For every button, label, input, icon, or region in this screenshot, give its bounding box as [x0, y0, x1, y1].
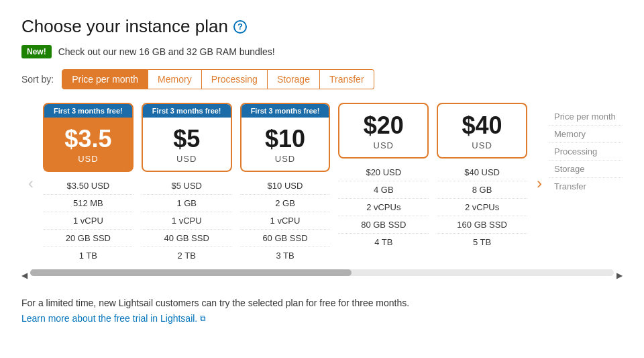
spec-processing-plan-5: 1 vCPU [142, 212, 232, 229]
plan-card-wrapper-plan-3-5[interactable]: First 3 months free!$3.5USD$3.50 USD512 … [43, 103, 133, 264]
spec-labels-column: Price per monthMemoryProcessingStorageTr… [549, 108, 623, 195]
plan-card-wrapper-plan-40[interactable]: $40USD$40 USD8 GB2 vCPUs160 GB SSD5 TB [437, 103, 527, 264]
sort-tab-transfer[interactable]: Transfer [320, 69, 374, 89]
free-badge-plan-10: First 3 months free! [241, 104, 329, 118]
spec-memory-plan-20: 4 GB [338, 181, 429, 198]
spec-memory-plan-40: 8 GB [437, 181, 527, 198]
plan-card-top-plan-5[interactable]: First 3 months free!$5USD [142, 103, 232, 172]
spec-storage-plan-40: 160 GB SSD [437, 216, 527, 233]
spec-transfer-plan-5: 2 TB [142, 247, 232, 264]
plan-price-area-plan-40: $40USD [438, 104, 526, 157]
nav-arrow-right[interactable]: › [530, 174, 549, 193]
plan-card-top-plan-20[interactable]: $20USD [338, 103, 429, 159]
sort-tab-storage[interactable]: Storage [268, 69, 320, 89]
spec-processing-plan-3-5: 1 vCPU [43, 212, 133, 229]
footer: For a limited time, new Lightsail custom… [21, 298, 623, 324]
sort-tabs: Price per month Memory Processing Storag… [62, 69, 374, 89]
plan-currency-plan-3-5: USD [50, 154, 127, 164]
spec-storage-plan-10: 60 GB SSD [240, 229, 331, 247]
spec-label-3: Storage [549, 160, 623, 177]
scroll-left-arrow[interactable]: ◀ [21, 271, 28, 280]
page-title-text: Choose your instance plan [21, 16, 228, 37]
plan-price-plan-20: $20 [345, 112, 422, 139]
spec-price_per_month-plan-3-5: $3.50 USD [43, 177, 133, 194]
scrollbar-area[interactable] [30, 269, 614, 276]
scroll-right-arrow[interactable]: ▶ [616, 271, 623, 280]
scrollbar-thumb [30, 269, 352, 276]
page-container: Choose your instance plan ? New! Check o… [21, 16, 623, 324]
spec-label-4: Transfer [549, 177, 623, 195]
plan-price-plan-10: $10 [247, 126, 324, 152]
plan-card-top-plan-10[interactable]: First 3 months free!$10USD [240, 103, 331, 172]
spec-memory-plan-5: 1 GB [142, 194, 232, 212]
spec-memory-plan-10: 2 GB [240, 194, 331, 212]
plan-currency-plan-10: USD [247, 154, 324, 164]
plan-price-area-plan-10: $10USD [241, 118, 329, 171]
cards-area: ‹ First 3 months free!$3.5USD$3.50 USD51… [21, 103, 549, 264]
page-title-row: Choose your instance plan ? [21, 16, 623, 37]
footer-link-text: Learn more about the free trial in Light… [21, 313, 197, 324]
spec-transfer-plan-20: 4 TB [338, 233, 429, 251]
spec-transfer-plan-40: 5 TB [437, 233, 527, 251]
new-banner-text: Check out our new 16 GB and 32 GB RAM bu… [58, 46, 275, 57]
plan-currency-plan-40: USD [443, 140, 521, 150]
sort-bar: Sort by: Price per month Memory Processi… [21, 69, 623, 89]
sort-tab-price[interactable]: Price per month [62, 69, 148, 89]
plan-price-plan-40: $40 [443, 112, 521, 139]
plan-price-area-plan-3-5: $3.5USD [44, 118, 132, 171]
plan-card-bottom-plan-20: $20 USD4 GB2 vCPUs80 GB SSD4 TB [338, 164, 429, 251]
external-link-icon: ⧉ [200, 314, 206, 323]
spec-processing-plan-10: 1 vCPU [240, 212, 331, 229]
plan-card-bottom-plan-3-5: $3.50 USD512 MB1 vCPU20 GB SSD1 TB [43, 177, 133, 264]
sort-label: Sort by: [21, 74, 54, 85]
spec-memory-plan-3-5: 512 MB [43, 194, 133, 212]
cards-row: First 3 months free!$3.5USD$3.50 USD512 … [43, 103, 527, 264]
plan-currency-plan-20: USD [345, 140, 422, 150]
plan-card-bottom-plan-40: $40 USD8 GB2 vCPUs160 GB SSD5 TB [437, 164, 527, 251]
plan-price-plan-5: $5 [148, 126, 225, 152]
plan-card-bottom-plan-5: $5 USD1 GB1 vCPU40 GB SSD2 TB [142, 177, 232, 264]
plan-price-area-plan-5: $5USD [143, 118, 231, 171]
spec-price_per_month-plan-40: $40 USD [437, 164, 527, 181]
footer-text: For a limited time, new Lightsail custom… [21, 298, 623, 308]
plan-card-wrapper-plan-10[interactable]: First 3 months free!$10USD$10 USD2 GB1 v… [240, 103, 331, 264]
plan-price-area-plan-20: $20USD [339, 104, 427, 157]
spec-storage-plan-3-5: 20 GB SSD [43, 229, 133, 247]
plan-card-wrapper-plan-20[interactable]: $20USD$20 USD4 GB2 vCPUs80 GB SSD4 TB [338, 103, 429, 264]
spec-processing-plan-40: 2 vCPUs [437, 198, 527, 216]
plan-card-top-plan-3-5[interactable]: First 3 months free!$3.5USD [43, 103, 133, 172]
spec-price_per_month-plan-5: $5 USD [142, 177, 232, 194]
plan-card-bottom-plan-10: $10 USD2 GB1 vCPU60 GB SSD3 TB [240, 177, 331, 264]
spec-label-1: Memory [549, 125, 623, 142]
sort-tab-processing[interactable]: Processing [202, 69, 268, 89]
spec-transfer-plan-3-5: 1 TB [43, 247, 133, 264]
free-badge-plan-3-5: First 3 months free! [44, 104, 132, 118]
nav-arrow-left[interactable]: ‹ [21, 174, 40, 193]
new-badge: New! [21, 45, 52, 58]
spec-storage-plan-5: 40 GB SSD [142, 229, 232, 247]
plans-main-wrapper: ‹ First 3 months free!$3.5USD$3.50 USD51… [21, 103, 623, 264]
scrollbar-row: ◀ ▶ [21, 264, 623, 287]
spec-transfer-plan-10: 3 TB [240, 247, 331, 264]
plan-currency-plan-5: USD [148, 154, 225, 164]
spec-storage-plan-20: 80 GB SSD [338, 216, 429, 233]
spec-processing-plan-20: 2 vCPUs [338, 198, 429, 216]
plan-card-top-plan-40[interactable]: $40USD [437, 103, 527, 159]
footer-link[interactable]: Learn more about the free trial in Light… [21, 313, 206, 324]
new-banner: New! Check out our new 16 GB and 32 GB R… [21, 45, 623, 58]
help-icon[interactable]: ? [233, 20, 247, 34]
plan-card-wrapper-plan-5[interactable]: First 3 months free!$5USD$5 USD1 GB1 vCP… [142, 103, 232, 264]
plan-price-plan-3-5: $3.5 [50, 126, 127, 152]
spec-label-0: Price per month [549, 108, 623, 125]
spec-price_per_month-plan-10: $10 USD [240, 177, 331, 194]
free-badge-plan-5: First 3 months free! [143, 104, 231, 118]
sort-tab-memory[interactable]: Memory [148, 69, 202, 89]
spec-label-2: Processing [549, 142, 623, 160]
spec-price_per_month-plan-20: $20 USD [338, 164, 429, 181]
